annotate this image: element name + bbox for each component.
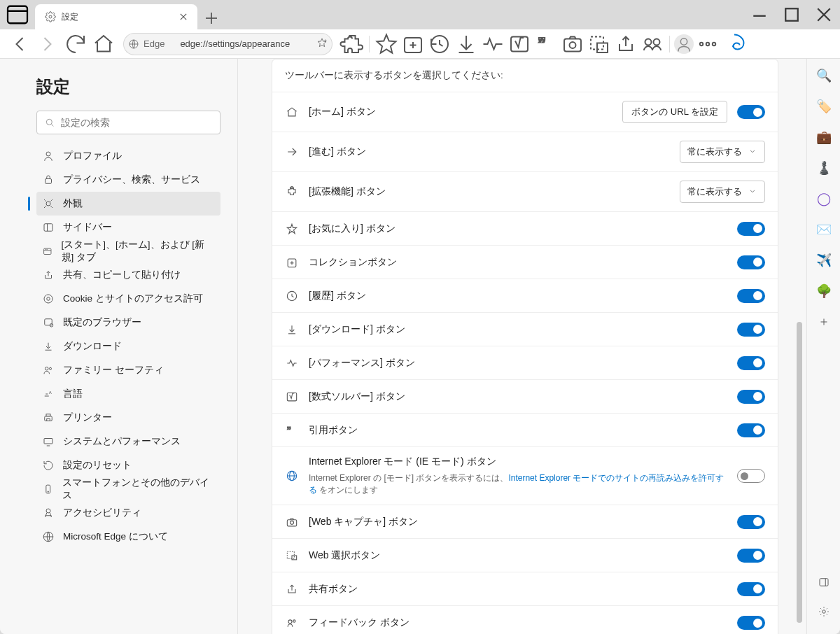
site-identity-button[interactable]: Edge (123, 33, 173, 55)
settings-nav-item[interactable]: ダウンロード (36, 334, 220, 358)
web-select-button[interactable] (587, 31, 612, 57)
tab-close-button[interactable] (176, 10, 190, 24)
settings-nav-item[interactable]: アクセシビリティ (36, 501, 220, 525)
scrollbar[interactable] (797, 322, 802, 623)
settings-nav-item[interactable]: 設定のリセット (36, 453, 220, 477)
settings-nav-item[interactable]: サイドバー (36, 216, 220, 239)
toggle-web-select[interactable] (737, 549, 765, 563)
sidebar-shopping-icon[interactable]: 🏷️ (814, 97, 834, 116)
extensions-visibility-select[interactable]: 常に表示する (680, 181, 765, 203)
more-menu-button[interactable] (695, 31, 720, 57)
svg-rect-50 (45, 319, 52, 325)
window-minimize-button[interactable] (743, 0, 776, 29)
sidebar-search-icon[interactable]: 🔍 (814, 66, 834, 85)
nav-item-label: 既定のブラウザー (63, 316, 141, 329)
toggle-math[interactable] (737, 390, 765, 404)
settings-search-input[interactable] (61, 117, 213, 128)
svg-rect-58 (46, 414, 50, 416)
sidebar-office-icon[interactable]: ◯ (814, 189, 834, 209)
toggle-share[interactable] (737, 582, 765, 596)
svg-point-63 (48, 491, 48, 492)
copilot-button[interactable] (722, 31, 747, 57)
settings-nav-item[interactable]: 外観 (36, 192, 220, 216)
sidebar-games-icon[interactable]: ♟️ (814, 158, 834, 178)
browser-tab[interactable]: 設定 (35, 4, 197, 29)
row-label: 引用ボタン (309, 424, 727, 437)
svg-text:”: ” (287, 425, 292, 435)
settings-nav-item[interactable]: プロファイル (36, 144, 220, 168)
settings-nav-item[interactable]: 共有、コピーして貼り付け (36, 263, 220, 287)
nav-item-label: プロファイル (63, 150, 122, 162)
toggle-performance[interactable] (737, 356, 765, 370)
back-button[interactable] (7, 31, 32, 57)
svg-rect-27 (597, 43, 608, 52)
svg-point-49 (47, 297, 50, 301)
row-label: [Web キャプチャ] ボタン (309, 516, 727, 528)
settings-nav-item[interactable]: ファミリー セーフティ (36, 358, 220, 382)
svg-point-30 (654, 38, 660, 45)
toggle-home[interactable] (737, 105, 765, 119)
sidebar-settings-icon[interactable] (814, 602, 834, 621)
favorites-button[interactable] (374, 31, 399, 57)
sidebar-add-button[interactable] (814, 312, 834, 332)
toggle-ie-mode[interactable] (737, 469, 765, 483)
forward-button[interactable] (35, 31, 60, 57)
settings-nav-item[interactable]: Microsoft Edge について (36, 525, 220, 549)
web-capture-button[interactable] (560, 31, 585, 57)
extensions-button[interactable] (340, 31, 365, 57)
refresh-button[interactable] (63, 31, 88, 57)
forward-visibility-select[interactable]: 常に表示する (680, 141, 765, 163)
settings-nav-item[interactable]: A言語 (36, 382, 220, 406)
history-button[interactable] (427, 31, 452, 57)
math-solver-button[interactable] (507, 31, 532, 57)
svg-point-84 (288, 620, 292, 624)
nav-item-label: サイドバー (63, 221, 112, 234)
share-button[interactable] (613, 31, 638, 57)
toggle-history[interactable] (737, 289, 765, 303)
ie-icon (285, 469, 299, 483)
settings-search[interactable] (36, 111, 220, 134)
sidebar-drop-icon[interactable]: 🌳 (814, 281, 834, 301)
settings-nav-item[interactable]: Cookie とサイトのアクセス許可 (36, 287, 220, 311)
nav-item-label: システムとパフォーマンス (63, 435, 181, 448)
home-button[interactable] (91, 31, 116, 57)
new-tab-button[interactable] (200, 7, 223, 29)
settings-nav-item[interactable]: プライバシー、検索、サービス (36, 168, 220, 192)
favorite-star-icon[interactable] (316, 37, 328, 50)
settings-nav-item[interactable]: スマートフォンとその他のデバイス (36, 477, 220, 501)
window-close-button[interactable] (808, 0, 840, 29)
toggle-feedback[interactable] (737, 616, 765, 630)
sidebar-outlook-icon[interactable]: ✉️ (814, 220, 834, 239)
downloads-button[interactable] (454, 31, 479, 57)
row-label: Web 選択ボタン (309, 549, 727, 562)
window-maximize-button[interactable] (776, 0, 808, 29)
nav-item-icon (42, 174, 55, 186)
settings-nav-item[interactable]: プリンター (36, 406, 220, 430)
nav-item-label: 言語 (63, 388, 83, 400)
gear-icon (45, 11, 56, 22)
toggle-citations[interactable] (737, 423, 765, 437)
settings-nav-item[interactable]: [スタート]、[ホーム]、および [新規] タブ (36, 239, 220, 263)
tab-actions-button[interactable] (0, 0, 35, 29)
svg-point-55 (50, 367, 52, 369)
toggle-web-capture[interactable] (737, 515, 765, 529)
address-bar[interactable]: edge://settings/appearance (173, 33, 332, 55)
sidebar-panel-icon[interactable] (814, 572, 834, 592)
profile-avatar-button[interactable] (674, 34, 694, 54)
home-url-button[interactable]: ボタンの URL を設定 (622, 101, 727, 123)
svg-point-2 (49, 15, 52, 18)
sidebar-tools-icon[interactable]: 💼 (814, 127, 834, 147)
sidebar-send-icon[interactable]: ✈️ (814, 251, 834, 270)
svg-point-46 (47, 249, 48, 250)
tab-title: 設定 (62, 11, 171, 23)
collections-button[interactable] (400, 31, 426, 57)
settings-nav-item[interactable]: 既定のブラウザー (36, 311, 220, 334)
feedback-button[interactable] (640, 31, 665, 57)
settings-nav-item[interactable]: システムとパフォーマンス (36, 430, 220, 453)
toggle-favorites[interactable] (737, 222, 765, 236)
citations-button[interactable]: ” (533, 31, 559, 57)
toggle-collections[interactable] (737, 255, 765, 269)
performance-button[interactable] (480, 31, 505, 57)
svg-point-90 (822, 610, 825, 614)
toggle-downloads[interactable] (737, 323, 765, 337)
